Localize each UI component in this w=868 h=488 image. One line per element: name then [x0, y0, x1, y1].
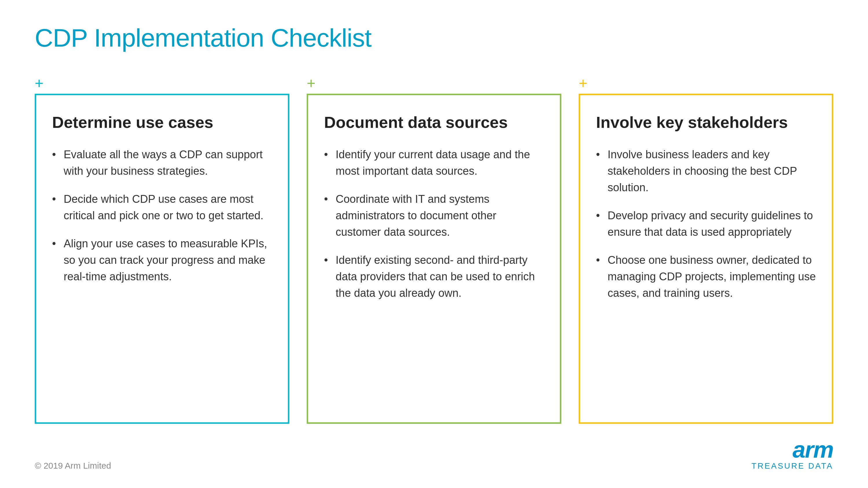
list-item: Choose one business owner, dedicated to … [596, 252, 816, 301]
card-2: Document data sources Identify your curr… [307, 94, 561, 424]
list-item: Evaluate all the ways a CDP can support … [52, 147, 272, 180]
card-wrapper-2: + Document data sources Identify your cu… [307, 76, 561, 424]
list-item: Develop privacy and security guidelines … [596, 207, 816, 240]
list-item: Identify existing second- and third-part… [324, 252, 544, 301]
card-plus-icon-1: + [35, 76, 289, 91]
card-3-list: Involve business leaders and key stakeho… [596, 147, 816, 301]
list-item: Coordinate with IT and systems administr… [324, 191, 544, 240]
copyright-text: © 2019 Arm Limited [35, 461, 111, 470]
footer: © 2019 Arm Limited arm TREASURE DATA [35, 435, 833, 470]
page: CDP Implementation Checklist + Determine… [0, 0, 868, 488]
card-1-list: Evaluate all the ways a CDP can support … [52, 147, 272, 285]
card-1-title: Determine use cases [52, 112, 272, 132]
list-item: Involve business leaders and key stakeho… [596, 147, 816, 196]
card-1: Determine use cases Evaluate all the way… [35, 94, 289, 424]
list-item: Align your use cases to measurable KPIs,… [52, 235, 272, 285]
card-wrapper-1: + Determine use cases Evaluate all the w… [35, 76, 289, 424]
card-wrapper-3: + Involve key stakeholders Involve busin… [579, 76, 833, 424]
logo-container: arm TREASURE DATA [751, 438, 833, 470]
card-2-title: Document data sources [324, 112, 544, 132]
list-item: Identify your current data usage and the… [324, 147, 544, 180]
treasure-data-logo: TREASURE DATA [751, 461, 833, 470]
card-3-title: Involve key stakeholders [596, 112, 816, 132]
card-3: Involve key stakeholders Involve busines… [579, 94, 833, 424]
cards-container: + Determine use cases Evaluate all the w… [35, 76, 833, 424]
card-2-list: Identify your current data usage and the… [324, 147, 544, 301]
card-plus-icon-3: + [579, 76, 833, 91]
arm-logo: arm [793, 438, 833, 461]
page-title: CDP Implementation Checklist [35, 23, 833, 53]
list-item: Decide which CDP use cases are most crit… [52, 191, 272, 224]
card-plus-icon-2: + [307, 76, 561, 91]
